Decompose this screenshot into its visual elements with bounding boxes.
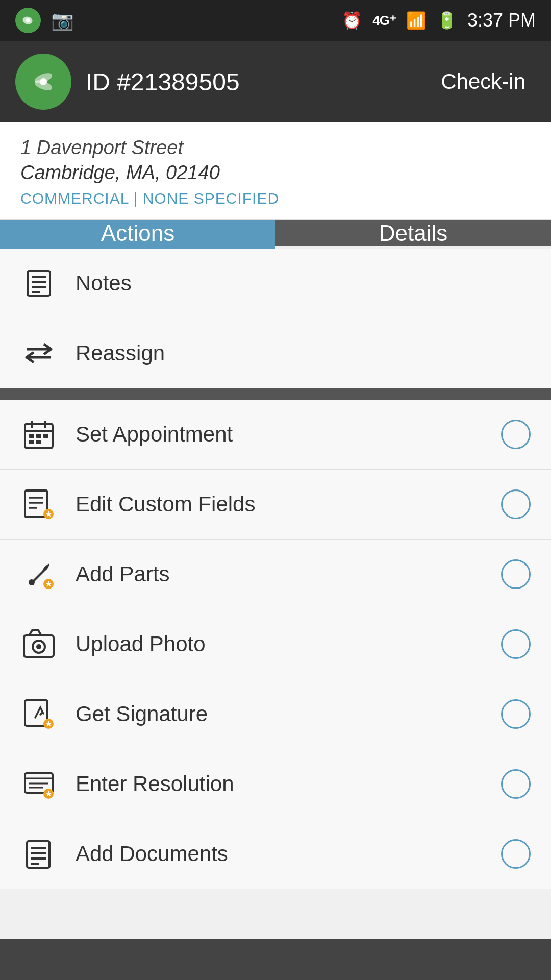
action-reassign[interactable]: Reassign <box>0 318 551 388</box>
action-enter-resolution[interactable]: ★ Enter Resolution <box>0 749 551 819</box>
get-signature-label: Get Signature <box>76 702 208 726</box>
edit-custom-fields-label: Edit Custom Fields <box>76 492 255 517</box>
status-bar: 📷 ⏰ 4G⁺ 📶 🔋 3:37 PM <box>0 0 551 41</box>
time-display: 3:37 PM <box>467 10 536 31</box>
alarm-icon: ⏰ <box>342 11 362 30</box>
upload-photo-radio[interactable] <box>501 629 531 659</box>
radio-actions-list: Set Appointment ★ Edit Custom Fields <box>0 400 551 889</box>
checkin-button[interactable]: Check-in <box>441 69 536 94</box>
app-icon <box>15 8 41 33</box>
svg-rect-18 <box>36 434 41 438</box>
svg-point-28 <box>29 579 35 585</box>
tab-bar: Actions Details <box>0 220 551 246</box>
set-appointment-label: Set Appointment <box>76 422 233 447</box>
camera-icon: 📷 <box>51 10 74 31</box>
edit-custom-fields-radio[interactable] <box>501 489 531 519</box>
action-get-signature[interactable]: ★ Get Signature <box>0 679 551 749</box>
wrench-icon: ★ <box>20 556 57 593</box>
tab-actions[interactable]: Actions <box>0 220 276 246</box>
header: ID #21389505 Check-in <box>0 41 551 122</box>
svg-point-33 <box>36 644 41 649</box>
add-parts-radio[interactable] <box>501 559 531 589</box>
enter-resolution-radio[interactable] <box>501 769 531 799</box>
calendar-icon <box>20 416 57 453</box>
photo-icon <box>20 626 57 663</box>
svg-point-1 <box>26 18 30 22</box>
edit-fields-icon: ★ <box>20 486 57 523</box>
tab-details[interactable]: Details <box>276 220 551 246</box>
svg-rect-17 <box>29 434 34 438</box>
add-documents-radio[interactable] <box>501 839 531 869</box>
reassign-icon <box>20 335 57 372</box>
action-notes[interactable]: Notes <box>0 249 551 318</box>
enter-resolution-label: Enter Resolution <box>76 772 234 796</box>
svg-rect-19 <box>43 434 48 438</box>
svg-text:★: ★ <box>45 510 52 518</box>
action-upload-photo[interactable]: Upload Photo <box>0 609 551 679</box>
svg-text:★: ★ <box>45 580 52 588</box>
svg-point-5 <box>40 78 47 85</box>
section-divider <box>0 388 551 400</box>
simple-actions-list: Notes Reassign <box>0 249 551 388</box>
notes-label: Notes <box>76 271 132 296</box>
svg-rect-20 <box>29 440 34 444</box>
battery-icon: 🔋 <box>437 11 457 30</box>
action-add-documents[interactable]: Add Documents <box>0 819 551 889</box>
reassign-label: Reassign <box>76 341 165 365</box>
status-left: 📷 <box>15 8 74 33</box>
address-tags: COMMERCIAL | NONE SPECIFIED <box>20 190 531 207</box>
network-icon: 4G⁺ <box>372 13 396 29</box>
add-parts-label: Add Parts <box>76 562 169 586</box>
upload-photo-label: Upload Photo <box>76 632 206 656</box>
signal-icon: 📶 <box>406 11 427 30</box>
notes-icon <box>20 265 57 302</box>
svg-text:★: ★ <box>45 790 52 798</box>
signature-icon: ★ <box>20 696 57 732</box>
resolution-icon: ★ <box>20 766 57 802</box>
documents-icon <box>20 836 57 872</box>
get-signature-radio[interactable] <box>501 699 531 729</box>
action-edit-custom-fields[interactable]: ★ Edit Custom Fields <box>0 470 551 540</box>
add-documents-label: Add Documents <box>76 842 228 866</box>
action-add-parts[interactable]: ★ Add Parts <box>0 540 551 609</box>
action-set-appointment[interactable]: Set Appointment <box>0 400 551 470</box>
address-city: Cambridge, MA, 02140 <box>20 162 531 184</box>
status-right: ⏰ 4G⁺ 📶 🔋 3:37 PM <box>342 10 536 31</box>
work-order-id: ID #21389505 <box>86 68 240 96</box>
logo <box>15 54 71 110</box>
svg-rect-21 <box>36 440 41 444</box>
set-appointment-radio[interactable] <box>501 420 531 449</box>
address-street: 1 Davenport Street <box>20 137 531 159</box>
address-section: 1 Davenport Street Cambridge, MA, 02140 … <box>0 122 551 220</box>
bottom-bar <box>0 939 551 980</box>
svg-text:★: ★ <box>45 720 52 728</box>
header-left: ID #21389505 <box>15 54 240 110</box>
